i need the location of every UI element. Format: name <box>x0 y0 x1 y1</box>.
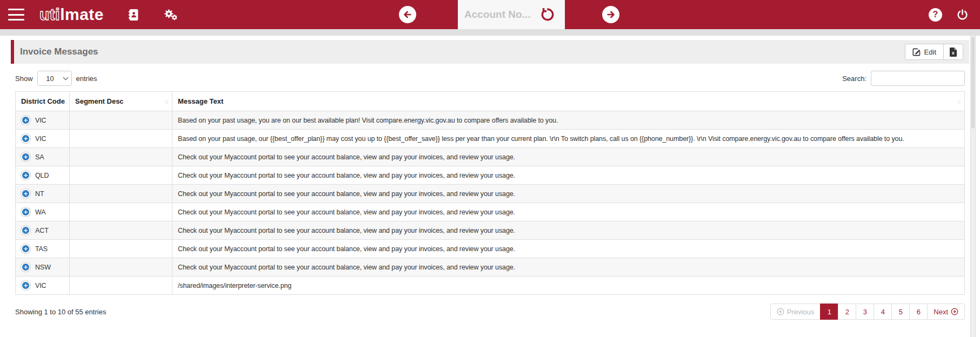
next-label: Next <box>934 308 948 316</box>
district-code: WA <box>35 208 45 216</box>
message-cell: Based on your past usage, our {{best_off… <box>172 130 965 148</box>
entries-label: entries <box>76 75 97 83</box>
segment-cell <box>70 166 172 185</box>
district-cell: +VIC <box>16 130 70 148</box>
page-button-5[interactable]: 5 <box>891 304 910 320</box>
expand-row-icon[interactable]: + <box>21 226 30 235</box>
district-cell: +SA <box>16 148 70 166</box>
settings-gears-icon[interactable] <box>163 9 178 21</box>
district-cell: +NT <box>16 185 70 203</box>
expand-row-icon[interactable]: + <box>21 262 30 272</box>
account-search-box <box>458 0 565 29</box>
segment-cell <box>70 111 172 130</box>
content-scrollbar[interactable] <box>970 36 976 337</box>
edit-button-label: Edit <box>924 48 936 56</box>
table-controls: Show 10 entries Search: <box>15 71 965 86</box>
district-cell: +QLD <box>16 166 70 185</box>
titlebar-actions: Edit x <box>905 44 963 60</box>
circle-arrow-right-icon <box>951 308 958 315</box>
table-row: +VIC/shared/images/interpreter-service.p… <box>16 277 965 295</box>
next-page-button[interactable]: Next <box>927 304 965 320</box>
navbar-right-actions: ? <box>929 0 969 29</box>
address-book-icon[interactable] <box>129 9 138 21</box>
message-cell: Check out your Myaccount portal to see y… <box>172 240 965 258</box>
expand-row-icon[interactable]: + <box>21 134 30 143</box>
power-logout-icon[interactable] <box>956 9 969 21</box>
table-header-row: District Code↑↓Segment Desc↑↓Message Tex… <box>16 92 965 111</box>
page-button-4[interactable]: 4 <box>874 304 892 320</box>
district-cell: +ACT <box>16 221 70 240</box>
segment-cell <box>70 185 172 203</box>
top-navbar: utilmate <box>0 0 980 29</box>
column-header-segment-desc[interactable]: Segment Desc↑↓ <box>70 92 172 111</box>
arrow-right-icon <box>606 10 616 19</box>
entries-summary: Showing 1 to 10 of 55 entries <box>15 308 106 316</box>
export-excel-button[interactable]: x <box>944 44 963 60</box>
message-cell: Check out your Myaccount portal to see y… <box>172 258 965 277</box>
table-row: +WACheck out your Myaccount portal to se… <box>16 203 965 221</box>
expand-row-icon[interactable]: + <box>21 189 30 198</box>
district-code: SA <box>35 153 44 161</box>
previous-label: Previous <box>787 308 815 316</box>
undo-icon[interactable] <box>540 7 555 22</box>
district-code: NT <box>35 190 44 198</box>
sort-icon[interactable]: ↑↓ <box>957 98 960 104</box>
segment-cell <box>70 203 172 221</box>
arrow-left-icon <box>403 10 412 19</box>
expand-row-icon[interactable]: + <box>21 171 30 180</box>
message-cell: Check out your Myaccount portal to see y… <box>172 166 965 185</box>
app-logo[interactable]: utilmate <box>39 5 104 24</box>
panel-titlebar: Invoice Messages Edit x <box>11 40 969 64</box>
column-label: Segment Desc <box>75 97 124 105</box>
search-input[interactable] <box>871 71 965 86</box>
table-body: +VICBased on your past usage, you are on… <box>16 111 965 295</box>
pagination: Previous 123456 Next <box>770 304 965 320</box>
page-button-1[interactable]: 1 <box>820 304 838 320</box>
expand-row-icon[interactable]: + <box>21 207 30 217</box>
scrollbar-thumb[interactable] <box>971 37 975 129</box>
district-code: VIC <box>35 282 46 289</box>
district-cell: +WA <box>16 203 70 221</box>
account-number-input[interactable] <box>464 9 538 21</box>
expand-row-icon[interactable]: + <box>21 281 30 290</box>
help-icon[interactable]: ? <box>929 8 942 22</box>
segment-cell <box>70 277 172 295</box>
page-button-2[interactable]: 2 <box>838 304 856 320</box>
svg-text:x: x <box>952 50 955 56</box>
account-navigator <box>399 0 619 29</box>
segment-cell <box>70 221 172 240</box>
table-row: +ACTCheck out your Myaccount portal to s… <box>16 221 965 240</box>
column-header-message-text[interactable]: Message Text↑↓ <box>172 92 965 111</box>
previous-page-button[interactable]: Previous <box>770 304 821 320</box>
circle-arrow-left-icon <box>777 308 784 315</box>
sort-icon[interactable]: ↑↓ <box>164 98 168 104</box>
menu-icon[interactable] <box>8 9 24 21</box>
show-label: Show <box>15 75 33 83</box>
page-button-6[interactable]: 6 <box>909 304 928 320</box>
district-cell: +VIC <box>16 277 70 295</box>
search-label: Search: <box>842 75 866 83</box>
logo-solid-text: lmate <box>60 5 104 23</box>
table-row: +SACheck out your Myaccount portal to se… <box>16 148 965 166</box>
page-size-select[interactable]: 10 <box>37 71 72 86</box>
table-row: +QLDCheck out your Myaccount portal to s… <box>16 166 965 185</box>
previous-account-button[interactable] <box>399 6 416 23</box>
table-row: +TASCheck out your Myaccount portal to s… <box>16 240 965 258</box>
page-title: Invoice Messages <box>20 46 98 57</box>
logo-outline-text: uti <box>39 5 60 23</box>
column-header-district-code[interactable]: District Code↑↓ <box>16 92 70 111</box>
expand-row-icon[interactable]: + <box>21 152 30 161</box>
table-row: +VICBased on your past usage, our {{best… <box>16 130 965 148</box>
district-code: VIC <box>35 135 46 143</box>
district-cell: +TAS <box>16 240 70 258</box>
expand-row-icon[interactable]: + <box>21 116 30 125</box>
invoice-messages-table: District Code↑↓Segment Desc↑↓Message Tex… <box>15 91 965 295</box>
sort-icon[interactable]: ↑↓ <box>62 98 65 104</box>
page-button-3[interactable]: 3 <box>856 304 874 320</box>
edit-button[interactable]: Edit <box>905 44 944 60</box>
table-row: +NTCheck out your Myaccount portal to se… <box>16 185 965 203</box>
expand-row-icon[interactable]: + <box>21 244 30 253</box>
edit-pencil-icon <box>912 48 921 56</box>
next-account-button[interactable] <box>602 6 619 23</box>
table-row: +VICBased on your past usage, you are on… <box>16 111 965 130</box>
